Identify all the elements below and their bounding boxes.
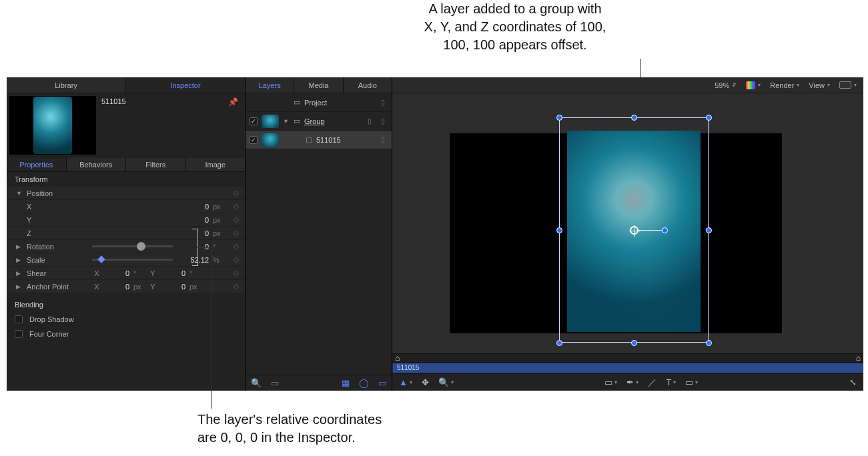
gear-ring-icon[interactable]: ◯ [359,378,369,388]
tab-image[interactable]: Image [186,157,246,171]
layer-row-group[interactable]: ✓ ▼ ▭ Group ▯ ▯ [246,112,392,131]
playhead-in-icon[interactable]: ⌂ [395,353,400,363]
row-position[interactable]: ▼ Position ◇ [7,187,245,200]
layer-name-item[interactable]: 511015 [316,136,374,144]
color-channels-dropdown[interactable]: ▾ [746,81,761,89]
four-corner-checkbox[interactable] [15,330,23,338]
pen-tool-icon[interactable]: ✒▾ [626,377,638,387]
pos-y-value[interactable]: 0 [177,216,209,224]
handle-tc[interactable] [631,115,637,121]
expand-tool-icon[interactable]: ⤡ [849,377,857,387]
pin-icon[interactable]: 📌 [224,96,242,108]
timeline-ruler[interactable]: ⌂ ⌂ [392,353,863,363]
lock-icon[interactable]: ▯ [378,117,388,125]
layer-row-project[interactable]: ▭ Project ▯ [246,93,392,112]
tab-audio[interactable]: Audio [344,77,392,93]
tab-layers[interactable]: Layers [246,77,294,93]
shear-x-value[interactable]: 0 [105,269,129,277]
tab-properties[interactable]: Properties [7,157,67,171]
lock-icon[interactable]: ▯ [378,98,388,107]
row-rotation[interactable]: ▶ Rotation 0 ° ◇ [7,240,245,253]
rotation-knob[interactable] [662,227,668,233]
canvas-viewport[interactable] [392,93,863,353]
3d-transform-tool-icon[interactable]: ✥ [422,377,429,387]
render-dropdown[interactable]: Render ▾ [770,81,799,89]
tab-behaviors[interactable]: Behaviors [67,157,127,171]
handle-mr[interactable] [706,227,712,233]
layers-top-tabs: Layers Media Audio [246,77,392,93]
zoom-tool-icon[interactable]: 🔍▾ [438,377,454,387]
keyframe-icon[interactable]: ◇ [232,255,241,264]
shape-tool-icon[interactable]: ▭▾ [604,377,617,387]
layer-visible-checkbox[interactable]: ✓ [250,136,258,144]
anchor-x-value[interactable]: 0 [105,283,129,291]
disclosure-right-icon[interactable]: ▶ [16,257,23,263]
keyframe-icon[interactable]: ◇ [232,229,241,237]
group-pass-icon[interactable]: ▯ [365,117,374,125]
layer-name-project[interactable]: Project [304,99,374,107]
mini-timeline[interactable]: 511015 [392,363,863,373]
handle-bl[interactable] [556,340,562,346]
rotation-dial[interactable] [92,245,173,247]
timeline-clip[interactable]: 511015 [392,363,863,373]
handle-bc[interactable] [631,340,637,346]
row-position-x[interactable]: X 0 px ◇ [7,200,245,213]
disclosure-down-icon[interactable]: ▼ [16,190,23,197]
keyframe-icon[interactable]: ◇ [232,269,241,277]
anchor-y-value[interactable]: 0 [161,283,185,291]
keyframe-icon[interactable]: ◇ [232,189,241,197]
checker-icon[interactable]: ▦ [342,378,350,388]
keyframe-icon[interactable]: ◇ [232,202,241,211]
frame-icon[interactable]: ▭ [271,378,279,388]
tab-inspector[interactable]: Inspector [126,77,245,93]
scale-slider-knob[interactable] [97,255,105,263]
keyframe-icon[interactable]: ◇ [232,282,241,291]
rotation-arm[interactable] [638,230,663,231]
shear-y-value[interactable]: 0 [161,269,185,277]
zoom-dropdown[interactable]: 59% ⇵ [715,81,737,89]
scale-value[interactable]: 52.12 [177,256,209,264]
layer-visible-checkbox[interactable]: ✓ [250,117,258,125]
handle-ml[interactable] [556,227,562,233]
handle-br[interactable] [706,340,712,346]
pos-z-value[interactable]: 0 [177,229,209,237]
disclosure-down-icon[interactable]: ▼ [283,118,290,125]
tab-library[interactable]: Library [7,77,126,93]
drop-shadow-label: Drop Shadow [29,315,74,323]
disclosure-right-icon[interactable]: ▶ [16,283,23,290]
row-scale[interactable]: ▶ Scale 52.12 % ◇ [7,253,245,267]
layer-row-item[interactable]: ✓ ▢ 511015 ▯ [246,131,392,149]
select-tool-icon[interactable]: ▲▾ [399,377,412,387]
row-shear[interactable]: ▶ Shear X 0 ° Y 0 ° ◇ [7,267,245,280]
row-position-y[interactable]: Y 0 px ◇ [7,213,245,227]
handle-tr[interactable] [706,115,712,121]
drop-shadow-checkbox[interactable] [15,315,23,323]
row-drop-shadow[interactable]: Drop Shadow [7,312,245,327]
keyframe-icon[interactable]: ◇ [232,242,241,251]
tab-filters[interactable]: Filters [126,157,186,171]
paint-tool-icon[interactable]: ／ [648,377,657,389]
anchor-point-gizmo[interactable] [630,226,638,235]
disclosure-right-icon[interactable]: ▶ [16,270,23,277]
playhead-out-icon[interactable]: ⌂ [856,353,861,363]
text-tool-icon[interactable]: T▾ [666,377,676,387]
layer-name-group[interactable]: Group [304,117,361,125]
mask-tool-icon[interactable]: ▭▾ [685,377,698,387]
rotation-dial-knob[interactable] [137,242,145,251]
viewport-layout-dropdown[interactable]: ▾ [839,81,857,89]
pos-x-unit: px [213,203,228,211]
tab-media[interactable]: Media [294,77,343,93]
search-icon[interactable]: 🔍 [251,378,262,388]
handle-tl[interactable] [556,115,562,121]
disclosure-right-icon[interactable]: ▶ [16,243,23,250]
scale-slider[interactable] [92,259,173,261]
row-position-z[interactable]: Z 0 px ◇ [7,227,245,240]
row-four-corner[interactable]: Four Corner [7,327,245,341]
stack-icon[interactable]: ▭ [378,378,386,388]
rotation-value[interactable]: 0 [177,243,209,251]
pos-x-value[interactable]: 0 [177,203,209,211]
keyframe-icon[interactable]: ◇ [232,215,241,224]
lock-icon[interactable]: ▯ [378,135,388,144]
view-dropdown[interactable]: View ▾ [809,81,830,89]
row-anchor-point[interactable]: ▶ Anchor Point X 0 px Y 0 px ◇ [7,280,245,293]
